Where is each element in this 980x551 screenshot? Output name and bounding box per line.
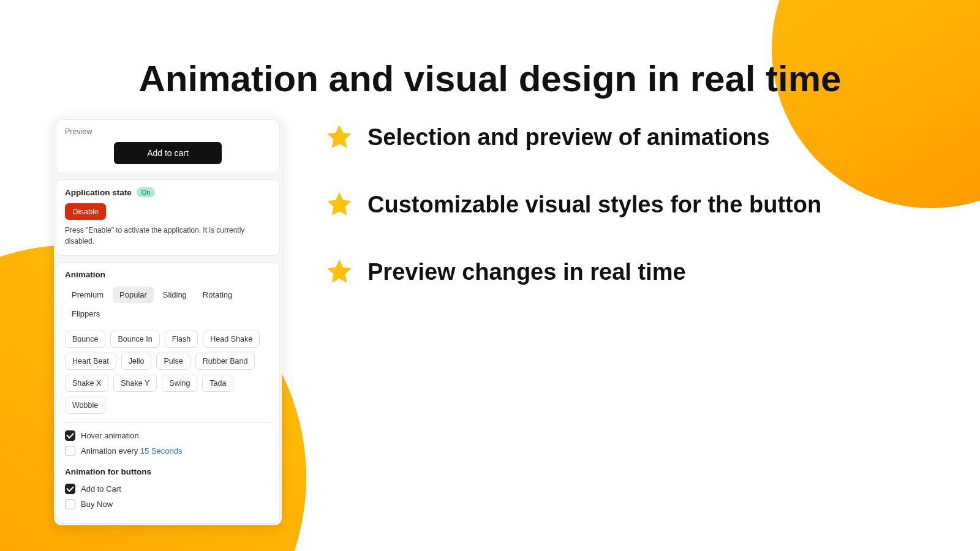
settings-panel: Preview Add to cart Application state On…: [54, 118, 282, 525]
animation-interval-link[interactable]: 15 Seconds: [140, 446, 183, 455]
feature-item: Customizable visual styles for the butto…: [325, 190, 956, 219]
add-to-cart-row: Add to Cart: [65, 484, 271, 494]
add-to-cart-preview-button[interactable]: Add to cart: [114, 142, 222, 164]
chip-heart-beat[interactable]: Heart Beat: [65, 353, 116, 370]
buy-now-label: Buy Now: [81, 500, 113, 509]
animation-buttons-title: Animation for buttons: [65, 467, 271, 476]
disable-button[interactable]: Disable: [65, 203, 106, 220]
tab-rotating[interactable]: Rotating: [196, 287, 239, 303]
chip-pulse[interactable]: Pulse: [156, 353, 190, 370]
animation-every-checkbox[interactable]: [65, 446, 75, 456]
tab-popular[interactable]: Popular: [113, 287, 154, 303]
star-icon: [325, 257, 354, 287]
chip-head-shake[interactable]: Head Shake: [203, 331, 260, 348]
buy-now-checkbox[interactable]: [65, 499, 75, 509]
chip-bounce-in[interactable]: Bounce In: [110, 331, 159, 348]
animation-every-label: Animation every 15 Seconds: [81, 446, 183, 455]
hover-animation-row: Hover animation: [65, 430, 271, 441]
animation-chips: Bounce Bounce In Flash Head Shake Heart …: [65, 331, 271, 414]
add-to-cart-label: Add to Cart: [81, 484, 121, 493]
animation-card: Animation Premium Popular Sliding Rotati…: [56, 262, 280, 523]
state-help-text: Press "Enable" to activate the applicati…: [65, 225, 271, 247]
hover-animation-checkbox[interactable]: [65, 430, 75, 441]
star-icon: [325, 190, 354, 219]
feature-item: Preview changes in real time: [325, 257, 956, 287]
chip-shake-x[interactable]: Shake X: [65, 375, 108, 392]
tab-sliding[interactable]: Sliding: [156, 287, 194, 303]
buy-now-row: Buy Now: [65, 499, 271, 509]
animation-title: Animation: [65, 270, 271, 279]
state-card: Application state On Disable Press "Enab…: [56, 179, 280, 256]
feature-text: Customizable visual styles for the butto…: [368, 192, 821, 218]
animation-every-row: Animation every 15 Seconds: [65, 446, 271, 456]
feature-list: Selection and preview of animations Cust…: [325, 122, 956, 324]
feature-item: Selection and preview of animations: [325, 122, 956, 152]
application-state-title: Application state: [65, 188, 132, 197]
tab-premium[interactable]: Premium: [65, 287, 110, 303]
animation-tabs: Premium Popular Sliding Rotating Flipper…: [65, 287, 271, 322]
star-icon: [325, 122, 354, 152]
chip-tada[interactable]: Tada: [202, 375, 233, 392]
chip-swing[interactable]: Swing: [162, 375, 197, 392]
chip-flash[interactable]: Flash: [165, 331, 198, 348]
chip-shake-y[interactable]: Shake Y: [113, 375, 157, 392]
tab-flippers[interactable]: Flippers: [65, 305, 107, 322]
divider: [65, 422, 271, 423]
chip-jello[interactable]: Jello: [121, 353, 152, 370]
status-badge: On: [137, 187, 156, 197]
preview-label: Preview: [65, 127, 271, 136]
feature-text: Selection and preview of animations: [368, 124, 770, 151]
add-to-cart-checkbox[interactable]: [65, 484, 75, 494]
page-title: Animation and visual design in real time: [139, 58, 842, 100]
chip-wobble[interactable]: Wobble: [65, 397, 105, 414]
feature-text: Preview changes in real time: [368, 259, 686, 285]
preview-card: Preview Add to cart: [56, 119, 280, 173]
chip-rubber-band[interactable]: Rubber Band: [195, 353, 255, 370]
hover-animation-label: Hover animation: [81, 431, 139, 440]
chip-bounce[interactable]: Bounce: [65, 331, 105, 348]
